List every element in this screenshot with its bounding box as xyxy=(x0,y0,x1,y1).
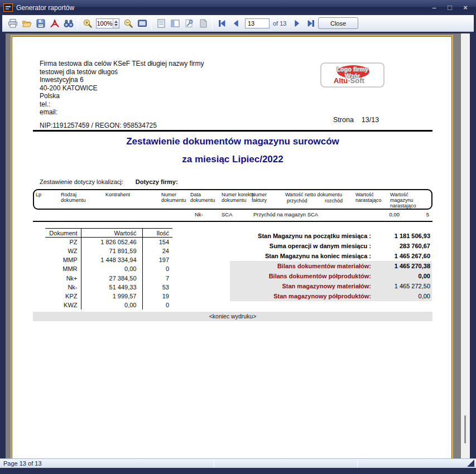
total-value: 0,00 xyxy=(371,271,430,281)
summary-cell: MMR xyxy=(45,264,81,273)
zoom-spinner[interactable] xyxy=(113,19,119,28)
statusbar-page-label: Page 13 of 13 xyxy=(3,460,42,467)
col-line: dokumentu xyxy=(190,198,215,204)
col-narastajaco: Wartość narastająco xyxy=(355,192,382,204)
next-page-icon xyxy=(292,19,301,28)
report-title-line1: Zestawienie dokumentów magazynu surowców xyxy=(33,136,432,147)
totals-block: Stan Magazynu na początku miesiąca :1 18… xyxy=(230,231,432,301)
cell-numer-korekty: SCA xyxy=(222,211,233,217)
logo-placeholder-text: Logo firmy xyxy=(321,66,383,72)
summary-header-row: Dokument Wartość Ilość xyxy=(45,229,172,238)
company-logo: Logo firmy Wzór Altu-Soft xyxy=(320,62,384,88)
summary-cell: Nk+ xyxy=(45,273,81,282)
zoom-out-button[interactable] xyxy=(121,17,135,30)
summary-cell: 19 xyxy=(142,292,172,301)
next-page-button[interactable] xyxy=(290,17,304,30)
maximize-button[interactable]: □ xyxy=(445,3,455,12)
total-label: Suma operacji w danym miesiącu : xyxy=(230,241,371,251)
toolbar-separator xyxy=(151,17,152,30)
window-controls: – □ × xyxy=(429,3,473,12)
header-rule xyxy=(33,130,432,132)
summary-cell: WZ xyxy=(45,246,81,255)
total-row: Bilans dokumentów półproduktów:0,00 xyxy=(230,271,432,281)
company-line: Inwestycyjna 6 xyxy=(40,76,204,84)
summary-row: Nk-51 449,3353 xyxy=(45,283,172,292)
summary-row: KPZ1 999,5719 xyxy=(45,292,172,301)
window-frame-right xyxy=(470,33,476,458)
total-value: 0,00 xyxy=(371,291,430,301)
last-page-button[interactable] xyxy=(304,17,318,30)
page-number-input[interactable] xyxy=(245,18,270,28)
company-line: testowej dla testów długoś xyxy=(40,68,204,76)
open-button[interactable] xyxy=(20,17,33,30)
detail-table-header: Lp Rodzaj dokumentu Kontrahent Numer dok… xyxy=(33,189,432,210)
report-title-line2: za miesiąc Lipiec/2022 xyxy=(33,154,432,165)
save-button[interactable] xyxy=(33,17,47,30)
summary-cell: 197 xyxy=(142,255,172,264)
first-page-icon xyxy=(218,19,227,28)
document-summary-table-wrap: Dokument Wartość Ilość PZ1 826 052,46154… xyxy=(45,228,172,309)
monitor-icon xyxy=(137,18,147,28)
summary-cell: 7 xyxy=(142,273,172,282)
summary-row: WZ71 891,5924 xyxy=(45,246,172,255)
spinner-up-icon xyxy=(114,21,118,23)
binoculars-icon xyxy=(64,18,74,28)
col-korekta: Numer korekty dokumentu xyxy=(222,192,254,204)
total-row: Suma operacji w danym miesiącu :283 760,… xyxy=(230,241,432,251)
vertical-scrollbar[interactable] xyxy=(461,33,470,458)
window-title: Generator raportów xyxy=(16,4,74,12)
last-page-icon xyxy=(306,19,315,28)
statusbar-separator xyxy=(214,460,214,467)
summary-row: MMR0,000 xyxy=(45,264,172,273)
col-line: narastająco xyxy=(355,198,382,204)
previous-page-button[interactable] xyxy=(229,17,243,30)
col-lp: Lp xyxy=(36,192,41,198)
export-pdf-button[interactable] xyxy=(47,17,61,30)
toolbar-separator xyxy=(212,17,213,30)
edit-page-button[interactable] xyxy=(196,17,210,30)
col-rodzaj: Rodzaj dokumentu xyxy=(61,192,86,204)
total-label: Stan magazynowy półproduktów: xyxy=(230,291,371,301)
section-divider xyxy=(33,221,432,222)
close-window-button[interactable]: × xyxy=(460,3,470,12)
find-button[interactable] xyxy=(61,17,75,30)
total-value: 1 181 506,93 xyxy=(371,231,430,241)
col-netto-sub: przychód rozchód xyxy=(282,198,345,204)
first-page-button[interactable] xyxy=(215,17,229,30)
summary-cell: 0 xyxy=(142,301,172,309)
printer-icon xyxy=(8,18,18,28)
summary-cell: PZ xyxy=(45,238,81,246)
titlebar: Generator raportów – □ × xyxy=(0,0,476,15)
strona-word: Strona xyxy=(333,116,354,124)
minimize-button[interactable]: – xyxy=(429,3,439,12)
zoom-in-button[interactable] xyxy=(80,17,94,30)
summary-cell: 0,00 xyxy=(81,264,142,273)
page-setup-button[interactable] xyxy=(182,17,196,30)
report-preview-area: Firma testowa dla celów KSeF TEst długie… xyxy=(0,33,476,458)
thumbnails-panel-button[interactable] xyxy=(168,17,182,30)
col-line: dokumentu xyxy=(222,198,254,204)
summary-cell: KWZ xyxy=(45,301,81,309)
cell-wartosc: 0,00 xyxy=(366,211,400,217)
company-address-block: Firma testowa dla celów KSeF TEst długie… xyxy=(40,60,204,117)
resize-grip[interactable] xyxy=(467,460,474,467)
summary-row: Nk+27 384,507 xyxy=(45,273,172,282)
col-faktura: Numer faktury xyxy=(252,192,267,204)
full-screen-button[interactable] xyxy=(135,17,149,30)
print-button[interactable] xyxy=(6,17,20,30)
wrench-icon xyxy=(184,18,194,28)
total-row: Bilans dokumentów materiałów:1 465 270,3… xyxy=(230,261,432,271)
spinner-down-icon xyxy=(114,24,118,26)
zoom-level-combo[interactable]: 100% xyxy=(96,18,119,28)
col-data: Data dokumentu xyxy=(190,192,215,204)
split-view-icon xyxy=(170,18,180,28)
close-preview-button[interactable]: Close xyxy=(318,17,358,29)
summary-cell: Nk- xyxy=(45,283,81,292)
app-icon xyxy=(3,3,13,12)
summary-cell: 1 448 334,94 xyxy=(81,255,142,264)
open-folder-icon xyxy=(22,18,32,28)
toolbar: 100% xyxy=(2,15,474,32)
total-value: 283 760,67 xyxy=(371,241,430,251)
outline-view-button[interactable] xyxy=(154,17,168,30)
scrollbar-thumb[interactable] xyxy=(464,415,466,443)
